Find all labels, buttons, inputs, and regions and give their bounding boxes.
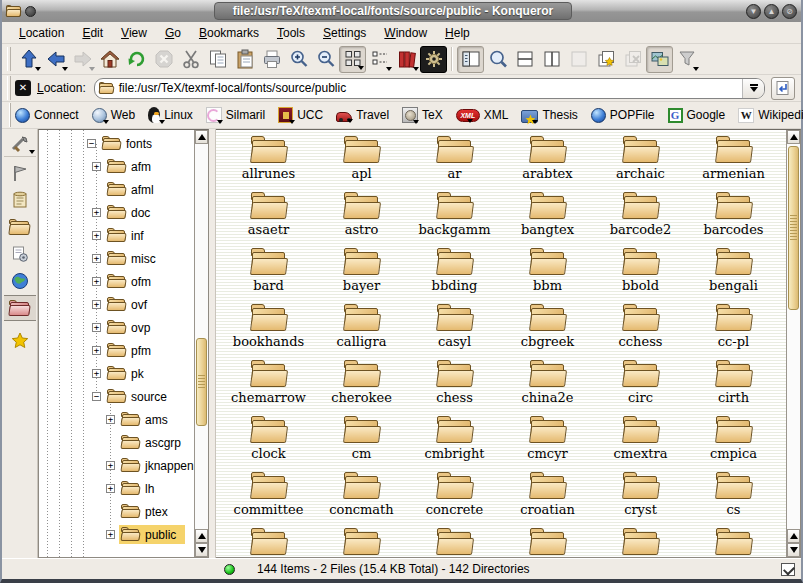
tree-expander-icon[interactable]: + [92,323,101,332]
bookmark-item[interactable]: POPFile [591,108,655,123]
tree-expander-icon[interactable]: + [92,369,101,378]
copy-button[interactable] [204,46,231,73]
bookmark-item[interactable]: G Google [668,108,726,123]
folder-item[interactable]: cc-pl [687,304,780,360]
bookmark-item[interactable]: Web [92,108,135,123]
up-button[interactable] [15,46,42,73]
tree-expander-icon[interactable]: + [92,277,101,286]
folder-item[interactable]: arabtex [501,136,594,192]
new-tab-button[interactable] [592,46,619,73]
folder-item[interactable]: apl [315,136,408,192]
bookmark-item[interactable]: UCC [278,107,323,123]
go-button[interactable] [771,77,795,100]
title-bar[interactable]: file:/usr/TeX/texmf-local/fonts/source/p… [2,0,801,22]
zoom-out-button[interactable] [312,46,339,73]
tree-expander-icon[interactable] [92,185,101,194]
folder-item[interactable]: chemarrow [222,360,315,416]
folder-item[interactable]: archaic [594,136,687,192]
scrollbar-thumb[interactable] [196,338,207,426]
scrollbar-thumb[interactable] [788,146,799,310]
folder-item[interactable]: concrete [408,472,501,528]
toolbar-grabber[interactable] [9,103,11,127]
tree-expander-icon[interactable]: + [92,346,101,355]
menu-item[interactable]: Location [10,24,73,42]
sticky-pin-button[interactable] [25,6,36,17]
bookmark-item[interactable]: Travel [336,108,389,122]
folder-item[interactable] [222,528,315,558]
tree-expander-icon[interactable]: + [106,415,115,424]
bookmark-item[interactable]: W Wikipedia [738,108,803,123]
folder-item[interactable]: bbold [594,248,687,304]
tree-expander-icon[interactable]: + [92,208,101,217]
tree-item[interactable]: + public [39,523,194,546]
tree-item[interactable]: + pfm [39,339,194,362]
icon-view-button[interactable] [339,46,366,73]
tree-item[interactable]: + ams [39,408,194,431]
split-view-left-right-button[interactable] [538,46,565,73]
folder-item[interactable]: barcodes [687,192,780,248]
tree-item[interactable]: + ovf [39,293,194,316]
folder-item[interactable] [408,528,501,558]
folder-item[interactable]: cirth [687,360,780,416]
menu-item[interactable]: Bookmarks [190,24,268,42]
filter-button[interactable] [673,46,700,73]
tree-expander-icon[interactable]: − [92,392,101,401]
folder-item[interactable]: cchess [594,304,687,360]
bookmark-item[interactable]: Silmaril [206,107,265,123]
scroll-up-button[interactable] [195,529,208,543]
tree-expander-icon[interactable]: + [106,461,115,470]
scroll-up-button[interactable] [787,529,800,543]
zoom-in-button[interactable] [285,46,312,73]
folder-item[interactable]: casyl [408,304,501,360]
location-input[interactable]: file:/usr/TeX/texmf-local/fonts/source/p… [119,81,346,95]
tree-item[interactable]: + ovp [39,316,194,339]
reload-button[interactable] [123,46,150,73]
folder-item[interactable]: clock [222,416,315,472]
folder-item[interactable]: allrunes [222,136,315,192]
menu-item[interactable]: Edit [73,24,112,42]
clear-location-icon[interactable]: ✕ [15,80,31,96]
folder-item[interactable]: asaetr [222,192,315,248]
close-button[interactable]: ⊘ [782,4,797,19]
sidebar-tab-root-folder[interactable] [4,295,36,321]
tree-item[interactable]: ascgrp [39,431,194,454]
sidebar-tab-bookmark-flag[interactable] [4,160,36,186]
list-view-button[interactable] [366,46,393,73]
menu-item[interactable]: Window [375,24,436,42]
folder-item[interactable]: bangtex [501,192,594,248]
menu-item[interactable]: Help [436,24,479,42]
tree-expander-icon[interactable]: + [92,162,101,171]
print-button[interactable] [258,46,285,73]
folder-item[interactable]: ar [408,136,501,192]
sidebar-configure-button[interactable] [4,131,36,157]
scroll-down-button[interactable] [195,543,208,557]
folder-item[interactable] [594,528,687,558]
sidebar-tab-history-scroll[interactable] [4,187,36,213]
folder-item[interactable] [315,528,408,558]
bookmark-item[interactable]: Linux [148,107,193,123]
tree-expander-icon[interactable]: + [106,484,115,493]
image-preview-button[interactable] [646,46,673,73]
tree-item[interactable]: + lh [39,477,194,500]
find-file-button[interactable] [484,46,511,73]
bookmark-item[interactable]: XML XML [456,108,509,122]
scroll-up-button[interactable] [787,130,800,144]
folder-item[interactable]: backgamm [408,192,501,248]
menu-item[interactable]: Go [156,24,190,42]
folder-item[interactable] [501,528,594,558]
folder-item[interactable] [687,528,780,558]
tree-item[interactable]: afml [39,178,194,201]
folder-item[interactable]: cryst [594,472,687,528]
folder-item[interactable]: cmextra [594,416,687,472]
sidebar-tab-home-folder[interactable] [4,214,36,240]
tree-item[interactable]: + doc [39,201,194,224]
folder-item[interactable]: cmcyr [501,416,594,472]
tree-expander-icon[interactable]: + [92,300,101,309]
show-navigation-panel-button[interactable] [457,46,484,73]
tree-item[interactable]: + misc [39,247,194,270]
folder-item[interactable]: bookhands [222,304,315,360]
maximize-button[interactable]: ▲ [764,4,779,19]
panel-splitter[interactable] [209,129,216,558]
combobox-dropdown-icon[interactable] [742,79,764,98]
folder-item[interactable]: cherokee [315,360,408,416]
